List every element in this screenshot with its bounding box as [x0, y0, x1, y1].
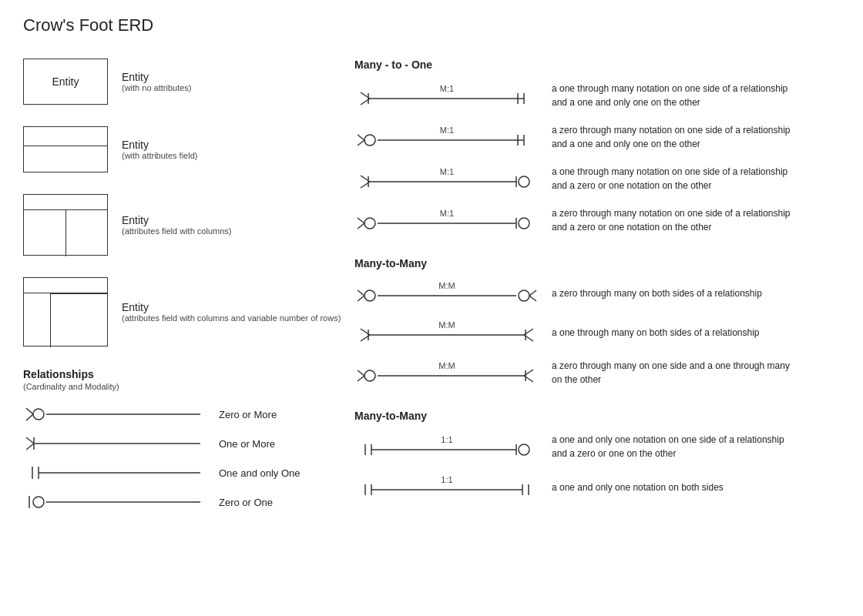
- svg-line-6: [26, 437, 34, 444]
- section-title-m2m-2: Many-to-Many: [354, 410, 840, 422]
- diag-desc-mm-3: a zero through many on one side and a on…: [552, 359, 798, 387]
- svg-point-47: [519, 290, 529, 301]
- svg-text:M:M: M:M: [438, 320, 455, 330]
- svg-text:1:1: 1:1: [441, 435, 452, 444]
- diag-row-m1-2: M:1 a zero through many notation on one …: [354, 123, 840, 151]
- entity-sublabel-simple: (with no attributes): [122, 83, 191, 92]
- svg-point-60: [364, 370, 375, 381]
- page-title: Crow's Foot ERD: [23, 15, 840, 35]
- entity-label-attrs: Entity: [122, 139, 197, 151]
- entity-row-variable: Entity (attributes field with columns an…: [23, 277, 354, 346]
- svg-line-48: [529, 290, 536, 296]
- section-many-to-many-1: Many-to-Many M:M: [354, 257, 840, 387]
- entity-box-variable: [23, 277, 108, 346]
- entity-row-simple: Entity Entity (with no attributes): [23, 59, 354, 105]
- diag-row-m1-3: M:1 a one through many notation on one s…: [354, 165, 840, 192]
- diag-svg-11-1: 1:1: [354, 434, 539, 460]
- svg-point-12: [33, 497, 44, 507]
- diag-row-m1-1: M:1 a one through many notation on one s…: [354, 82, 840, 109]
- diag-svg-m1-3: M:1: [354, 166, 539, 192]
- svg-text:M:1: M:1: [440, 126, 454, 135]
- entity-description-simple: Entity (with no attributes): [122, 71, 191, 92]
- svg-line-24: [358, 135, 364, 140]
- entity-box-simple: Entity: [23, 59, 108, 105]
- entity-box-attrs: [23, 126, 108, 172]
- section-title-many-to-one: Many - to - One: [354, 59, 840, 71]
- svg-point-33: [519, 176, 529, 187]
- svg-line-2: [26, 408, 33, 414]
- diag-desc-11-2: a one and only one notation on both side…: [552, 480, 724, 494]
- relationships-sub: (Cardinality and Modality): [23, 382, 354, 391]
- diag-desc-m1-4: a zero through many notation on one side…: [552, 206, 798, 234]
- entity-box-cols: [23, 194, 108, 256]
- diag-desc-m1-3: a one through many notation on one side …: [552, 165, 798, 192]
- relationships-section: Relationships (Cardinality and Modality): [23, 368, 354, 511]
- svg-line-45: [358, 290, 364, 296]
- diag-svg-mm-2: M:M: [354, 320, 539, 345]
- svg-point-40: [519, 218, 529, 229]
- diag-row-11-2: 1:1 a one and only one notation on both …: [354, 474, 840, 500]
- rel-line-one-only: [23, 464, 208, 482]
- svg-line-46: [358, 296, 364, 301]
- rel-line-one-or-more: [23, 434, 208, 453]
- section-many-to-one: Many - to - One M:1 a: [354, 59, 840, 234]
- svg-point-44: [364, 290, 375, 301]
- svg-point-70: [519, 444, 529, 455]
- diag-desc-m1-1: a one through many notation on one side …: [552, 82, 798, 109]
- svg-line-39: [358, 223, 364, 229]
- rel-label-zero-or-more: Zero or More: [219, 409, 277, 420]
- right-panel: Many - to - One M:1 a: [354, 59, 840, 523]
- diag-desc-11-1: a one and only one notation on one side …: [552, 433, 798, 460]
- svg-line-61: [358, 370, 364, 376]
- diag-svg-mm-1: M:M: [354, 280, 539, 306]
- section-title-m2m-1: Many-to-Many: [354, 257, 840, 270]
- svg-text:1:1: 1:1: [441, 475, 452, 484]
- rel-row-one-only: One and only One: [23, 464, 354, 482]
- svg-line-3: [26, 414, 33, 420]
- rel-label-zero-or-one: Zero or One: [219, 497, 273, 508]
- svg-line-38: [358, 218, 364, 223]
- rel-label-one-or-more: One or More: [219, 438, 275, 450]
- left-panel: Entity Entity (with no attributes) Entit…: [23, 59, 354, 523]
- diag-row-11-1: 1:1 a one and only one notation on one s…: [354, 433, 840, 460]
- rel-line-zero-or-one: [23, 493, 208, 511]
- rel-label-one-only: One and only One: [219, 467, 301, 479]
- entity-row-attrs: Entity (with attributes field): [23, 126, 354, 172]
- diag-svg-m1-1: M:1: [354, 83, 539, 109]
- diag-desc-m1-2: a zero through many notation on one side…: [552, 123, 798, 151]
- entity-description-attrs: Entity (with attributes field): [122, 139, 197, 160]
- svg-text:M:1: M:1: [440, 84, 454, 93]
- entity-sublabel-attrs: (with attributes field): [122, 151, 197, 160]
- entity-sublabel-cols: (attributes field with columns): [122, 226, 231, 236]
- entity-box-simple-label: Entity: [52, 75, 79, 88]
- diag-row-m1-4: M:1 a zero through many notation on one …: [354, 206, 840, 234]
- diag-row-mm-2: M:M a one through many on both sides of …: [354, 320, 840, 345]
- svg-point-37: [364, 218, 375, 229]
- entity-row-cols: Entity (attributes field with columns): [23, 194, 354, 256]
- svg-line-7: [26, 444, 34, 450]
- svg-text:M:1: M:1: [440, 167, 454, 176]
- svg-point-23: [364, 135, 375, 146]
- diag-svg-m1-2: M:1: [354, 125, 539, 150]
- relationships-title: Relationships: [23, 368, 354, 380]
- diag-svg-mm-3: M:M: [354, 360, 539, 386]
- diag-row-mm-3: M:M a zero through many on one side and …: [354, 359, 840, 387]
- section-many-to-many-2: Many-to-Many 1:1 a one and only on: [354, 410, 840, 500]
- svg-line-49: [529, 296, 536, 301]
- diag-desc-mm-2: a one through many on both sides of a re…: [552, 326, 760, 340]
- diag-desc-mm-1: a zero through many on both sides of a r…: [552, 286, 762, 300]
- entity-description-cols: Entity (attributes field with columns): [122, 214, 231, 236]
- svg-point-1: [33, 409, 44, 420]
- svg-text:M:M: M:M: [438, 361, 455, 370]
- entity-label-variable: Entity: [122, 301, 341, 313]
- svg-line-62: [358, 376, 364, 381]
- rel-row-one-or-more: One or More: [23, 434, 354, 453]
- entity-description-variable: Entity (attributes field with columns an…: [122, 301, 341, 323]
- entity-label-simple: Entity: [122, 71, 191, 83]
- rel-row-zero-or-more: Zero or More: [23, 405, 354, 424]
- diag-svg-11-2: 1:1: [354, 474, 539, 500]
- entity-sublabel-variable: (attributes field with columns and varia…: [122, 313, 341, 323]
- diag-row-mm-1: M:M a zero through many on both sides of…: [354, 280, 840, 306]
- svg-text:M:1: M:1: [440, 209, 454, 218]
- svg-line-25: [358, 140, 364, 146]
